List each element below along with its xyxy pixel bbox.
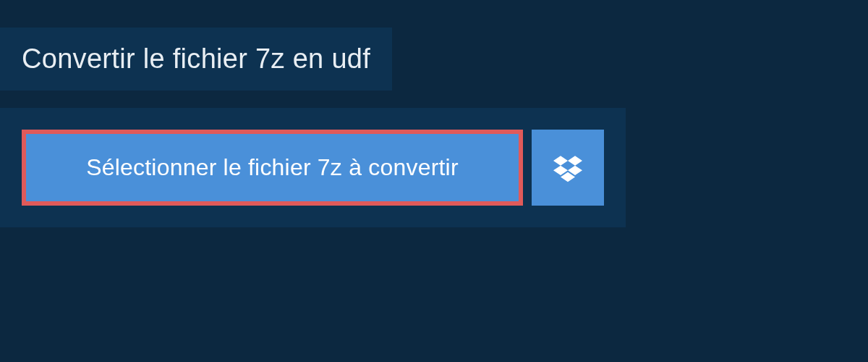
- button-row: Sélectionner le fichier 7z à convertir: [22, 130, 604, 206]
- select-file-label: Sélectionner le fichier 7z à convertir: [86, 154, 459, 181]
- header-bar: Convertir le fichier 7z en udf: [0, 28, 392, 90]
- select-file-button[interactable]: Sélectionner le fichier 7z à convertir: [22, 130, 523, 206]
- page-title: Convertir le fichier 7z en udf: [22, 43, 370, 75]
- dropbox-icon: [553, 153, 582, 182]
- dropbox-button[interactable]: [532, 130, 604, 206]
- upload-panel: Sélectionner le fichier 7z à convertir: [0, 108, 626, 227]
